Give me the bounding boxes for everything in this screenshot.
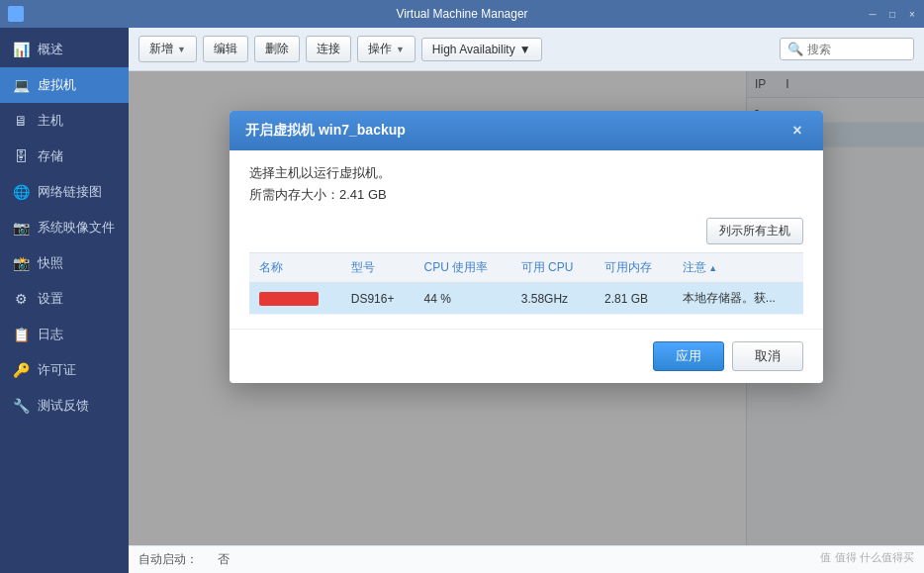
minimize-button[interactable]: ─ [865, 6, 880, 22]
col-header-cpu-usage: CPU 使用率 [415, 253, 511, 283]
sidebar-item-host[interactable]: 🖥 主机 [0, 103, 129, 139]
table-row[interactable]: DS916+ 44 % 3.58GHz 2.81 GB 本地存储器。获... [249, 283, 803, 315]
redacted-name [259, 292, 319, 306]
edit-button[interactable]: 编辑 [203, 36, 248, 62]
apply-button[interactable]: 应用 [653, 341, 724, 371]
sidebar-item-feedback[interactable]: 🔧 测试反馈 [0, 388, 129, 424]
sidebar-label-storage: 存储 [38, 147, 63, 165]
watermark: 值 值得 什么值得买 [820, 550, 914, 565]
host-selection-table: 名称 型号 CPU 使用率 可用 CPU 可用内存 注意 [249, 252, 803, 315]
search-input[interactable] [807, 43, 906, 56]
modal-title: 开启虚拟机 win7_backup [245, 122, 406, 140]
modal-overlay: 开启虚拟机 win7_backup × 选择主机以运行虚拟机。 所需内存大小：2… [129, 71, 924, 545]
delete-button[interactable]: 删除 [254, 36, 300, 62]
col-header-model: 型号 [341, 253, 415, 283]
content-area: 新增 ▼ 编辑 删除 连接 操作 ▼ High Availability ▼ [129, 28, 924, 573]
vm-icon: 💻 [12, 76, 30, 94]
feedback-icon: 🔧 [12, 397, 30, 415]
col-header-name: 名称 [249, 253, 341, 283]
col-header-note: 注意 [673, 253, 803, 283]
modal-footer: 应用 取消 [230, 329, 823, 383]
sysimage-icon: 📷 [12, 219, 30, 237]
cell-cpu-usage: 44 % [415, 283, 511, 315]
action-dropdown-arrow: ▼ [396, 45, 405, 54]
close-button[interactable]: × [904, 6, 920, 22]
sidebar-item-settings[interactable]: ⚙ 设置 [0, 281, 129, 317]
sidebar-item-network[interactable]: 🌐 网络链接图 [0, 174, 129, 210]
window-controls[interactable]: ─ □ × [865, 6, 920, 22]
sidebar-item-license[interactable]: 🔑 许可证 [0, 352, 129, 388]
sidebar-item-log[interactable]: 📋 日志 [0, 317, 129, 352]
app-icon [8, 6, 24, 22]
sidebar: 📊 概述 💻 虚拟机 🖥 主机 🗄 存储 🌐 网络链接图 📷 系统映像文件 📸 … [0, 28, 129, 573]
modal-description: 选择主机以运行虚拟机。 [249, 164, 803, 182]
log-icon: 📋 [12, 326, 30, 343]
table-header-row: 名称 型号 CPU 使用率 可用 CPU 可用内存 注意 [249, 253, 803, 283]
list-all-hosts-button[interactable]: 列示所有主机 [706, 218, 803, 244]
sidebar-item-snapshot[interactable]: 📸 快照 [0, 245, 129, 281]
sidebar-item-vm[interactable]: 💻 虚拟机 [0, 67, 129, 103]
cell-model: DS916+ [341, 283, 415, 315]
modal-close-button[interactable]: × [787, 121, 807, 141]
maximize-button[interactable]: □ [884, 6, 900, 22]
sidebar-label-settings: 设置 [38, 290, 63, 308]
modal-body: 选择主机以运行虚拟机。 所需内存大小：2.41 GB 列示所有主机 名称 型号 … [230, 150, 823, 329]
license-icon: 🔑 [12, 361, 30, 379]
sidebar-label-host: 主机 [38, 112, 63, 130]
sidebar-label-license: 许可证 [38, 361, 76, 379]
modal-dialog: 开启虚拟机 win7_backup × 选择主机以运行虚拟机。 所需内存大小：2… [230, 111, 823, 383]
sidebar-item-storage[interactable]: 🗄 存储 [0, 139, 129, 174]
col-header-avail-mem: 可用内存 [595, 253, 673, 283]
host-icon: 🖥 [12, 112, 30, 130]
settings-icon: ⚙ [12, 290, 30, 308]
col-header-avail-cpu: 可用 CPU [511, 253, 595, 283]
sidebar-label-snapshot: 快照 [38, 254, 63, 272]
sidebar-label-overview: 概述 [38, 41, 63, 58]
snapshot-icon: 📸 [12, 254, 30, 272]
sidebar-label-feedback: 测试反馈 [38, 397, 89, 415]
sidebar-item-sysimage[interactable]: 📷 系统映像文件 [0, 210, 129, 245]
app-body: 📊 概述 💻 虚拟机 🖥 主机 🗄 存储 🌐 网络链接图 📷 系统映像文件 📸 … [0, 28, 924, 573]
ha-dropdown-arrow: ▼ [519, 43, 531, 56]
autostart-value: 否 [218, 551, 230, 568]
cell-avail-cpu: 3.58GHz [511, 283, 595, 315]
sidebar-item-overview[interactable]: 📊 概述 [0, 32, 129, 67]
toolbar: 新增 ▼ 编辑 删除 连接 操作 ▼ High Availability ▼ [129, 28, 924, 71]
sidebar-label-network: 网络链接图 [38, 183, 102, 201]
ha-button[interactable]: High Availability ▼ [421, 38, 542, 61]
action-button[interactable]: 操作 ▼ [357, 36, 416, 62]
network-icon: 🌐 [12, 183, 30, 201]
overview-icon: 📊 [12, 41, 30, 58]
cell-name [249, 283, 341, 315]
cell-note: 本地存储器。获... [673, 283, 803, 315]
cell-avail-mem: 2.81 GB [595, 283, 673, 315]
search-box[interactable]: 🔍 [780, 38, 914, 60]
titlebar-title: Virtual Machine Manager [396, 7, 527, 21]
autostart-label: 自动启动： [139, 551, 198, 568]
watermark-text: 值得 什么值得买 [835, 550, 914, 565]
bottom-bar: 自动启动： 否 [129, 545, 924, 573]
connect-button[interactable]: 连接 [306, 36, 351, 62]
modal-sub-description: 所需内存大小：2.41 GB [249, 186, 803, 204]
watermark-icon: 值 [820, 550, 831, 565]
modal-toolbar: 列示所有主机 [249, 218, 803, 244]
sidebar-label-vm: 虚拟机 [38, 76, 76, 94]
add-dropdown-arrow: ▼ [177, 45, 186, 54]
sidebar-label-sysimage: 系统映像文件 [38, 219, 115, 237]
modal-header: 开启虚拟机 win7_backup × [230, 111, 823, 150]
storage-icon: 🗄 [12, 147, 30, 165]
titlebar: Virtual Machine Manager ─ □ × [0, 0, 924, 28]
cancel-button[interactable]: 取消 [732, 341, 803, 371]
search-icon: 🔍 [787, 42, 803, 56]
add-button[interactable]: 新增 ▼ [139, 36, 197, 62]
sidebar-label-log: 日志 [38, 326, 63, 343]
